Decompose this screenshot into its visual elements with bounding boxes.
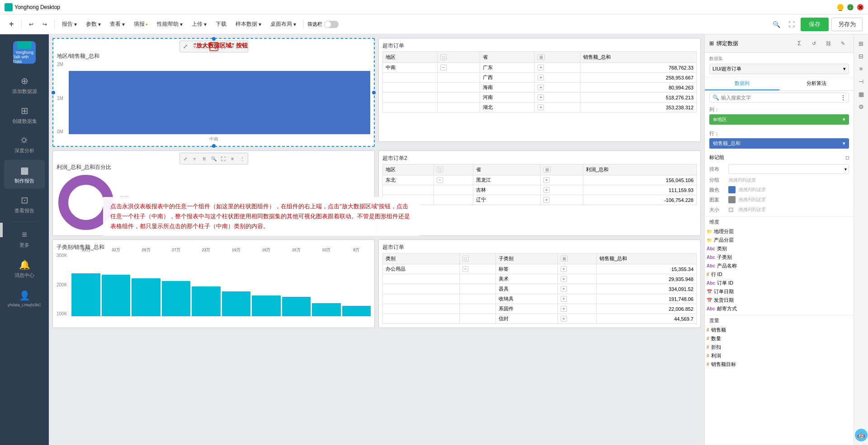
field-item-orderdate[interactable]: 📅 订单日期 xyxy=(705,287,854,296)
refresh-icon[interactable]: ↺ xyxy=(807,37,820,50)
collapse3-btn[interactable]: □ xyxy=(462,256,469,262)
tab-analysis[interactable]: 分析算法 xyxy=(779,77,854,90)
field-item-profit[interactable]: # 利润 xyxy=(705,351,854,360)
expand2-btn[interactable]: ⊞ xyxy=(543,167,551,173)
view-menu[interactable]: 查看 ▾ xyxy=(106,18,128,31)
layout-menu[interactable]: 桌面布局 ▾ xyxy=(267,18,300,31)
field-item-shipmode[interactable]: Abc 邮寄方式 xyxy=(705,304,854,313)
sub-bar[interactable] xyxy=(162,281,190,316)
report-menu[interactable]: 报告 ▾ xyxy=(58,18,80,31)
resize-handle-top[interactable] xyxy=(212,37,216,41)
cell-expand[interactable]: + xyxy=(535,93,580,103)
sidebar-item-add-datasource[interactable]: ⊕ 添加数据源 xyxy=(4,70,45,99)
cell-expand[interactable]: + xyxy=(558,264,597,274)
bot-icon[interactable]: 🤖 xyxy=(855,429,868,441)
right-icon-data[interactable]: ⊟ xyxy=(856,51,867,61)
row-field-dropdown[interactable]: ▾ xyxy=(843,141,845,146)
search-more-btn[interactable]: ⋮ xyxy=(840,94,846,101)
right-icon-chart-type[interactable]: ▦ xyxy=(856,89,867,99)
save-button[interactable]: 保存 xyxy=(801,18,829,31)
cell-expand[interactable]: + xyxy=(558,294,597,304)
dataset-selector[interactable]: LIU/超市订单 ▾ xyxy=(709,64,849,74)
filter-toggle[interactable]: 筛选栏 xyxy=(307,21,339,28)
link-icon[interactable]: ⛓ xyxy=(822,37,835,50)
chart-copy-btn-2[interactable]: ⎘ xyxy=(200,154,209,163)
chart-fullscreen-btn-2[interactable]: ⛶ xyxy=(219,154,228,163)
cell-expand[interactable]: + xyxy=(535,103,580,112)
cell-expand[interactable]: + xyxy=(540,185,583,195)
sub-bar[interactable] xyxy=(282,297,311,316)
cell-expand[interactable]: + xyxy=(535,63,580,73)
sub-bar[interactable] xyxy=(342,306,371,316)
right-icon-format[interactable]: ≡ xyxy=(856,63,867,74)
field-item-rowid[interactable]: # 行 ID xyxy=(705,270,854,279)
cell-expand[interactable]: + xyxy=(535,83,580,93)
resize-handle-right[interactable] xyxy=(372,91,376,94)
sidebar-item-more[interactable]: ≡ 更多 xyxy=(4,225,45,253)
row-field-sales[interactable]: 销售额_总和 ▾ xyxy=(709,138,849,149)
col-field-region[interactable]: ⊕ 地区 ▾ xyxy=(709,114,849,125)
chart-more-btn-2[interactable]: ⋮ xyxy=(238,154,247,163)
close-button[interactable]: ✕ xyxy=(857,4,863,10)
sub-bar[interactable] xyxy=(132,278,160,316)
perf-menu[interactable]: 性能帮助 ▾ xyxy=(153,18,186,31)
sidebar-item-user[interactable]: 👤 yhdata_LHwjN3kC xyxy=(4,284,45,313)
right-icon-axis[interactable]: ⊣ xyxy=(856,76,867,87)
chart-filter-btn-2[interactable]: ▿ xyxy=(190,154,199,163)
field-item-discount[interactable]: # 折扣 xyxy=(705,343,854,351)
mark-group-btn[interactable]: □ xyxy=(846,155,849,160)
edit-icon[interactable]: ✎ xyxy=(836,37,849,50)
bar-chart-bar[interactable] xyxy=(69,71,370,134)
field-item-quantity[interactable]: # 数量 xyxy=(705,334,854,343)
sub-bar[interactable] xyxy=(252,295,280,316)
field-item-product[interactable]: 📁 产品分层 xyxy=(705,236,854,244)
sub-bar[interactable] xyxy=(312,303,340,316)
cell-expand[interactable]: + xyxy=(540,175,583,185)
sub-bar[interactable] xyxy=(71,273,100,316)
sub-bar[interactable] xyxy=(192,286,220,316)
collapse2-btn[interactable]: □ xyxy=(437,167,443,173)
upload-menu[interactable]: 上传 ▾ xyxy=(188,18,210,31)
cell-expand[interactable]: + xyxy=(540,195,583,205)
add-button[interactable]: + xyxy=(5,18,18,31)
field-item-geo[interactable]: 📁 地理分层 xyxy=(705,227,854,236)
sidebar-item-deep-analysis[interactable]: ⛭ 深度分析 xyxy=(4,130,45,159)
redo-button[interactable]: ↪ xyxy=(39,18,51,31)
field-item-salestarget[interactable]: # 销售额目标 xyxy=(705,360,854,369)
cell-collapse[interactable]: − xyxy=(459,264,496,274)
download-button[interactable]: 下载 xyxy=(212,18,230,31)
sub-bar[interactable] xyxy=(222,291,250,316)
tab-data-columns[interactable]: 数据列 xyxy=(705,77,779,90)
undo-button[interactable]: ↩ xyxy=(25,18,37,31)
cell-expand[interactable]: + xyxy=(558,284,597,294)
sort-select[interactable]: ▾ xyxy=(728,164,849,174)
search-box[interactable]: 🔍 ⋮ xyxy=(709,93,849,103)
toggle-track[interactable] xyxy=(324,21,339,28)
cell-collapse[interactable]: − xyxy=(434,175,473,185)
field-item-orderid[interactable]: Abc 订单 ID xyxy=(705,279,854,287)
sigma-icon[interactable]: Σ xyxy=(793,37,806,50)
save-as-button[interactable]: 另存为 xyxy=(831,18,863,31)
fullscreen-icon-btn[interactable]: ⛶ xyxy=(785,18,798,31)
cell-collapse[interactable]: − xyxy=(438,63,480,73)
collapse-all-btn[interactable]: □ xyxy=(440,54,447,60)
cell-expand[interactable]: + xyxy=(558,274,597,284)
fill-menu[interactable]: 填报 ● xyxy=(130,18,151,31)
search-input[interactable] xyxy=(721,95,839,100)
chart-list-btn-2[interactable]: ≡ xyxy=(228,154,237,163)
field-item-shipdate[interactable]: 📅 发货日期 xyxy=(705,296,854,304)
color-swatch[interactable] xyxy=(728,186,736,193)
right-icon-components[interactable]: ⊞ xyxy=(856,38,867,49)
sub-bar[interactable] xyxy=(102,275,130,316)
sidebar-item-messages[interactable]: 🔔 消息中心 xyxy=(4,254,45,283)
chart-zoom-btn-2[interactable]: 🔍 xyxy=(209,154,218,163)
sidebar-item-view-report[interactable]: ⊡ 查看报告 xyxy=(4,190,45,219)
field-item-productname[interactable]: Abc 产品名称 xyxy=(705,262,854,270)
sample-data-menu[interactable]: 样本数据 ▾ xyxy=(232,18,265,31)
expand-all-btn[interactable]: ⊞ xyxy=(538,54,545,60)
sidebar-item-create-dataset[interactable]: ⊞ 创建数据集 xyxy=(4,100,45,129)
resize-handle-bottom[interactable] xyxy=(212,144,216,148)
chart-card-1[interactable]: ⤢ ▿ ⎘ 🔍 ⛶ ≡ ⋮ 地区/销售额_总和 "放大数据区域" 按钮 2M 1… xyxy=(52,38,375,147)
maximize-button[interactable]: □ xyxy=(847,4,854,10)
search-icon-btn[interactable]: 🔍 xyxy=(770,18,783,31)
